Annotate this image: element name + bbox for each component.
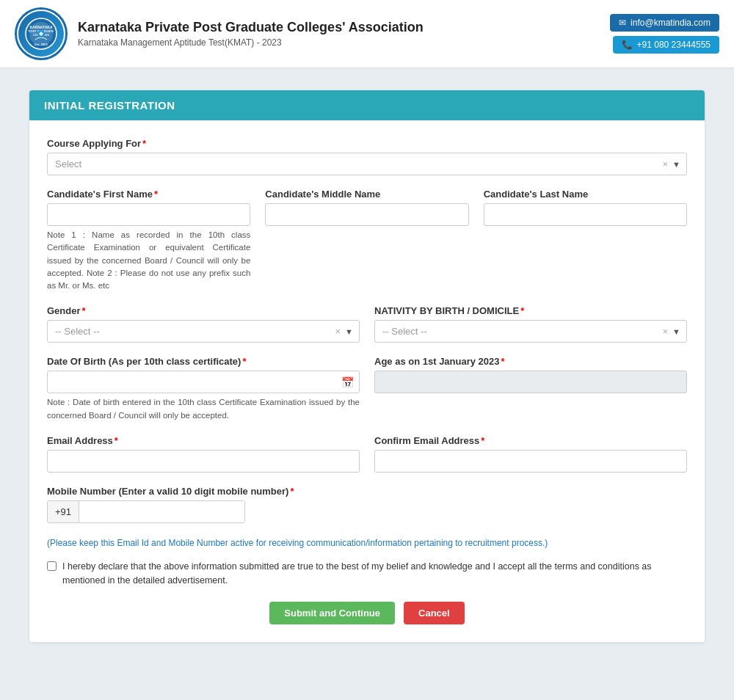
phone-prefix: +91 — [48, 501, 79, 522]
gender-clear-icon[interactable]: × — [333, 326, 344, 337]
gender-nativity-row: Gender* -- Select -- Male Female Other ×… — [47, 305, 687, 343]
age-group: Age as on 1st January 2023* — [374, 356, 687, 393]
nativity-select-wrapper[interactable]: -- Select -- Karnataka Other × ▼ — [374, 320, 687, 343]
confirm-email-input[interactable] — [374, 450, 687, 473]
gender-select-wrapper[interactable]: -- Select -- Male Female Other × ▼ — [47, 320, 360, 343]
declaration-checkbox[interactable] — [47, 561, 57, 571]
last-name-label: Candidate's Last Name — [484, 189, 687, 200]
logo: KARNATAKA POST GRADUATE COLLEGES Est. 20… — [15, 7, 68, 60]
course-group: Course Applying For* Select × ▼ — [47, 138, 687, 175]
page-header: KARNATAKA POST GRADUATE COLLEGES Est. 20… — [0, 0, 734, 68]
form-body: Course Applying For* Select × ▼ Candidat — [29, 120, 705, 642]
email-row: Email Address* Confirm Email Address* — [47, 435, 687, 473]
page-content: INITIAL REGISTRATION Course Applying For… — [0, 68, 734, 664]
phone-wrapper[interactable]: +91 — [47, 500, 245, 523]
nativity-label: NATIVITY BY BIRTH / DOMICILE* — [374, 305, 687, 316]
nativity-clear-icon[interactable]: × — [660, 326, 672, 337]
email-group: Email Address* — [47, 435, 360, 473]
course-dropdown-icon[interactable]: ▼ — [671, 160, 686, 169]
submit-button[interactable]: Submit and Continue — [269, 602, 395, 624]
last-name-group: Candidate's Last Name — [484, 189, 687, 226]
nativity-select[interactable]: -- Select -- Karnataka Other — [375, 321, 660, 342]
form-card: INITIAL REGISTRATION Course Applying For… — [29, 90, 705, 642]
org-name: Karnataka Private Post Graduate Colleges… — [78, 20, 424, 35]
header-left: KARNATAKA POST GRADUATE COLLEGES Est. 20… — [15, 7, 424, 60]
course-select[interactable]: Select — [48, 153, 660, 175]
disclaimer-text: (Please keep this Email Id and Mobile Nu… — [47, 536, 687, 550]
age-label: Age as on 1st January 2023* — [374, 356, 687, 367]
email-button[interactable]: ✉ info@kmatindia.com — [610, 14, 719, 32]
course-label: Course Applying For* — [47, 138, 687, 149]
gender-group: Gender* -- Select -- Male Female Other ×… — [47, 305, 360, 343]
age-input[interactable] — [374, 371, 687, 393]
dob-date-wrapper[interactable]: 📅 — [47, 371, 360, 393]
course-clear-icon[interactable]: × — [660, 158, 672, 169]
phone-text: +91 080 23444555 — [637, 40, 711, 50]
gender-select[interactable]: -- Select -- Male Female Other — [48, 321, 333, 342]
mobile-input[interactable] — [79, 501, 244, 522]
dob-age-row: Date Of Birth (As per 10th class certifi… — [47, 356, 687, 422]
confirm-email-label: Confirm Email Address* — [374, 435, 687, 446]
middle-name-label: Candidate's Middle Name — [265, 189, 468, 200]
dob-group: Date Of Birth (As per 10th class certifi… — [47, 356, 360, 422]
nativity-group: NATIVITY BY BIRTH / DOMICILE* -- Select … — [374, 305, 687, 343]
gender-dropdown-icon[interactable]: ▼ — [344, 327, 359, 336]
email-label: Email Address* — [47, 435, 360, 446]
middle-name-group: Candidate's Middle Name — [265, 189, 468, 226]
declaration-label[interactable]: I hereby declare that the above informat… — [62, 560, 687, 588]
phone-icon: 📞 — [622, 40, 633, 50]
confirm-email-group: Confirm Email Address* — [374, 435, 687, 473]
action-buttons: Submit and Continue Cancel — [47, 602, 687, 624]
nativity-dropdown-icon[interactable]: ▼ — [671, 327, 686, 336]
email-input[interactable] — [47, 450, 360, 473]
dob-input[interactable] — [47, 371, 360, 393]
svg-text:Est. 2003: Est. 2003 — [34, 43, 48, 46]
phone-button[interactable]: 📞 +91 080 23444555 — [613, 36, 719, 54]
first-name-input[interactable] — [47, 203, 250, 226]
first-name-label: Candidate's First Name* — [47, 189, 250, 200]
declaration-row: I hereby declare that the above informat… — [47, 560, 687, 588]
contact-info: ✉ info@kmatindia.com 📞 +91 080 23444555 — [610, 14, 719, 54]
email-icon: ✉ — [619, 18, 626, 28]
course-row: Course Applying For* Select × ▼ — [47, 138, 687, 175]
dob-note: Note : Date of birth entered in the 10th… — [47, 396, 360, 422]
cancel-button[interactable]: Cancel — [404, 602, 465, 624]
gender-label: Gender* — [47, 305, 360, 316]
mobile-group: Mobile Number (Enter a valid 10 digit mo… — [47, 486, 687, 523]
mobile-label: Mobile Number (Enter a valid 10 digit mo… — [47, 486, 687, 497]
dob-label: Date Of Birth (As per 10th class certifi… — [47, 356, 360, 367]
name-row: Candidate's First Name* Note 1 : Name as… — [47, 189, 687, 292]
first-name-group: Candidate's First Name* Note 1 : Name as… — [47, 189, 250, 292]
middle-name-input[interactable] — [265, 203, 468, 226]
form-title: INITIAL REGISTRATION — [29, 90, 705, 120]
header-text: Karnataka Private Post Graduate Colleges… — [78, 20, 424, 48]
course-select-wrapper[interactable]: Select × ▼ — [47, 153, 687, 175]
mobile-row: Mobile Number (Enter a valid 10 digit mo… — [47, 486, 687, 523]
exam-name: Karnataka Management Aptitude Test(KMAT)… — [78, 37, 424, 48]
last-name-input[interactable] — [484, 203, 687, 226]
name-note: Note 1 : Name as recorded in the 10th cl… — [47, 229, 250, 292]
email-text: info@kmatindia.com — [631, 18, 711, 28]
